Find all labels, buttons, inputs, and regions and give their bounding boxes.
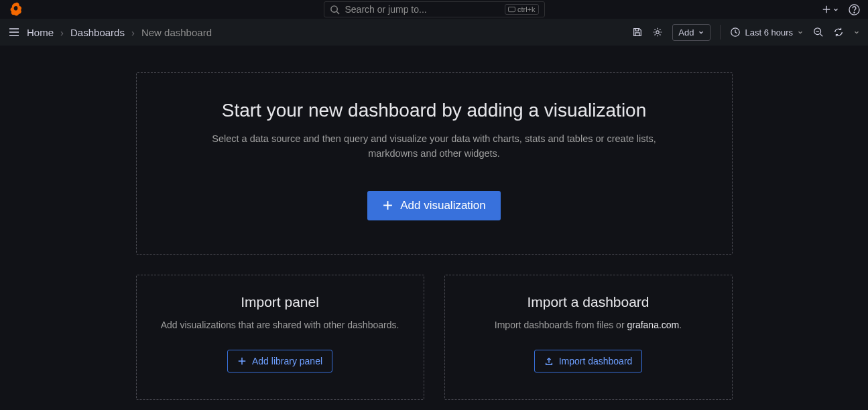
- svg-rect-2: [508, 7, 515, 11]
- import-dashboard-button[interactable]: Import dashboard: [534, 350, 643, 372]
- svg-line-14: [820, 34, 823, 37]
- chevron-down-icon: [853, 29, 860, 36]
- add-label: Add: [678, 27, 694, 38]
- upload-icon: [544, 356, 554, 366]
- breadcrumb-home[interactable]: Home: [27, 27, 54, 38]
- time-range-picker[interactable]: Last 6 hours: [730, 27, 804, 38]
- plus-icon: [382, 200, 393, 211]
- clock-icon: [730, 27, 741, 38]
- empty-state-hero: Start your new dashboard by adding a vis…: [136, 72, 733, 255]
- divider: [720, 25, 721, 40]
- save-button[interactable]: [632, 27, 643, 38]
- grafana-logo-icon[interactable]: [8, 1, 24, 17]
- settings-button[interactable]: [652, 27, 663, 38]
- add-visualization-button[interactable]: Add visualization: [367, 191, 501, 220]
- grafana-link[interactable]: grafana.com: [627, 320, 679, 330]
- menu-toggle-button[interactable]: [8, 26, 20, 38]
- add-visualization-label: Add visualization: [400, 199, 486, 212]
- breadcrumb: Home › Dashboards › New dashboard: [27, 27, 212, 38]
- import-dashboard-card: Import a dashboard Import dashboards fro…: [444, 275, 733, 400]
- search-bar[interactable]: ctrl+k: [324, 1, 545, 17]
- import-panel-title: Import panel: [157, 294, 404, 310]
- zoom-out-icon: [813, 27, 824, 38]
- svg-rect-10: [635, 33, 639, 36]
- breadcrumb-dashboards[interactable]: Dashboards: [70, 27, 125, 38]
- import-dashboard-subtitle: Import dashboards from files or grafana.…: [465, 318, 712, 332]
- chevron-down-icon: [698, 29, 704, 36]
- import-dashboard-title: Import a dashboard: [465, 294, 712, 310]
- breadcrumb-current: New dashboard: [141, 27, 212, 38]
- svg-point-11: [656, 31, 659, 33]
- svg-point-6: [854, 12, 855, 13]
- plus-icon: [237, 356, 247, 366]
- add-library-panel-button[interactable]: Add library panel: [227, 350, 332, 372]
- chevron-down-icon: [797, 29, 804, 36]
- import-dashboard-label: Import dashboard: [559, 356, 633, 366]
- zoom-out-button[interactable]: [813, 27, 824, 38]
- time-range-label: Last 6 hours: [745, 27, 793, 38]
- hero-subtitle: Select a data source and then query and …: [200, 132, 669, 161]
- chevron-down-icon: [832, 6, 839, 13]
- new-menu-button[interactable]: [822, 5, 839, 14]
- svg-line-1: [336, 11, 339, 14]
- hero-title: Start your new dashboard by adding a vis…: [164, 100, 705, 121]
- help-button[interactable]: [849, 4, 860, 15]
- save-icon: [632, 27, 643, 38]
- import-panel-card: Import panel Add visualizations that are…: [136, 275, 424, 400]
- chevron-right-icon: ›: [60, 27, 64, 38]
- chevron-right-icon: ›: [131, 27, 135, 38]
- svg-point-0: [330, 5, 336, 11]
- add-library-panel-label: Add library panel: [252, 356, 322, 366]
- refresh-icon: [833, 27, 844, 38]
- add-menu-button[interactable]: Add: [672, 24, 710, 41]
- search-input[interactable]: [345, 4, 499, 15]
- refresh-interval-picker[interactable]: [853, 29, 860, 36]
- search-icon: [330, 5, 340, 15]
- gear-icon: [652, 27, 663, 38]
- refresh-button[interactable]: [833, 27, 844, 38]
- import-panel-subtitle: Add visualizations that are shared with …: [157, 318, 404, 332]
- search-shortcut: ctrl+k: [505, 4, 539, 15]
